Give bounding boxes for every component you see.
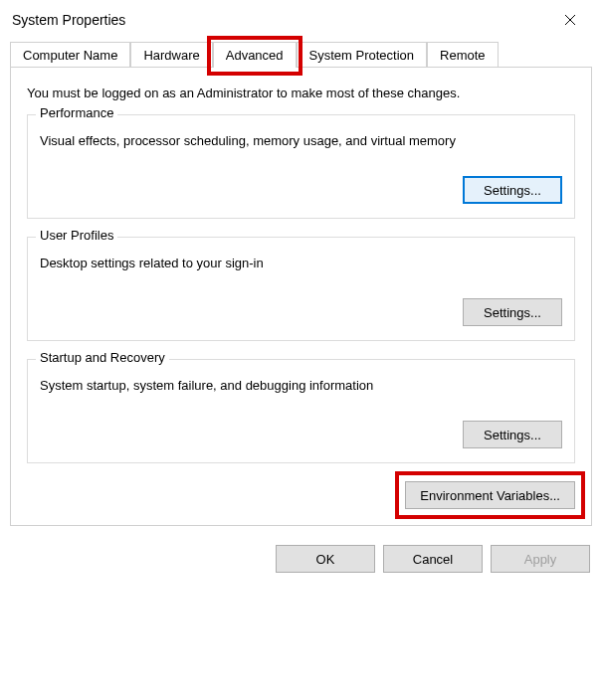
tab-panel-advanced: You must be logged on as an Administrato… [10, 67, 592, 526]
apply-button[interactable]: Apply [491, 545, 590, 573]
legend-performance: Performance [36, 105, 117, 120]
legend-startup-recovery: Startup and Recovery [36, 350, 169, 365]
ok-button[interactable]: OK [276, 545, 375, 573]
tab-hardware[interactable]: Hardware [130, 42, 212, 68]
desc-user-profiles: Desktop settings related to your sign-in [40, 256, 562, 270]
titlebar: System Properties [0, 0, 602, 36]
settings-button-startup-recovery[interactable]: Settings... [463, 421, 562, 448]
close-icon [564, 14, 576, 26]
cancel-button[interactable]: Cancel [383, 545, 483, 573]
settings-button-performance[interactable]: Settings... [463, 176, 562, 204]
tab-system-protection[interactable]: System Protection [297, 42, 428, 68]
tab-remote[interactable]: Remote [427, 42, 499, 68]
close-button[interactable] [550, 6, 590, 34]
environment-variables-button[interactable]: Environment Variables... [405, 481, 575, 509]
admin-notice: You must be logged on as an Administrato… [27, 86, 575, 100]
desc-startup-recovery: System startup, system failure, and debu… [40, 378, 562, 393]
dialog-buttons: OK Cancel Apply [0, 527, 602, 583]
desc-performance: Visual effects, processor scheduling, me… [40, 133, 562, 148]
settings-button-user-profiles[interactable]: Settings... [463, 298, 562, 326]
group-startup-recovery: Startup and Recovery System startup, sys… [27, 359, 575, 463]
group-user-profiles: User Profiles Desktop settings related t… [27, 237, 575, 341]
tab-advanced[interactable]: Advanced [213, 42, 297, 68]
group-performance: Performance Visual effects, processor sc… [27, 114, 575, 219]
tab-strip: Computer Name Hardware Advanced System P… [0, 36, 602, 68]
window-title: System Properties [12, 12, 125, 28]
tab-computer-name[interactable]: Computer Name [10, 42, 130, 68]
legend-user-profiles: User Profiles [36, 228, 117, 243]
